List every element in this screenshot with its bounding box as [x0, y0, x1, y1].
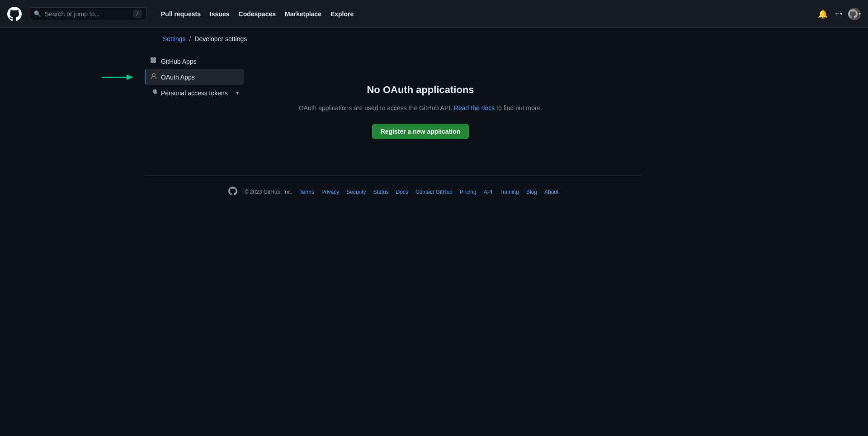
grid-icon — [150, 57, 157, 66]
key-icon — [150, 89, 157, 97]
footer-blog[interactable]: Blog — [526, 189, 537, 195]
footer-copyright: © 2023 GitHub, Inc. — [245, 189, 292, 195]
footer-contact[interactable]: Contact GitHub — [415, 189, 453, 195]
nav-pull-requests[interactable]: Pull requests — [157, 8, 204, 20]
breadcrumb-separator: / — [189, 35, 191, 42]
nav-marketplace[interactable]: Marketplace — [281, 8, 325, 20]
nav-codespaces[interactable]: Codespaces — [235, 8, 279, 20]
nav-issues[interactable]: Issues — [206, 8, 233, 20]
oauth-apps-wrapper: OAuth Apps — [145, 69, 244, 85]
main-layout: GitHub Apps OAuth Apps — [0, 53, 868, 175]
github-apps-label: GitHub Apps — [161, 58, 239, 65]
new-menu-button[interactable]: + ▾ — [835, 10, 843, 18]
top-navigation: 🔍 Search or jump to... / Pull requests I… — [0, 0, 868, 28]
empty-state-title: No OAuth applications — [367, 84, 474, 96]
search-shortcut: / — [133, 10, 142, 18]
main-content: No OAuth applications OAuth applications… — [262, 53, 868, 157]
notifications-button[interactable]: 🔔 — [816, 7, 830, 21]
sidebar-item-github-apps[interactable]: GitHub Apps — [145, 53, 244, 69]
search-placeholder: Search or jump to... — [45, 10, 129, 18]
breadcrumb-current: Developer settings — [194, 35, 247, 42]
footer-security[interactable]: Security — [346, 189, 366, 195]
svg-marker-1 — [127, 75, 133, 80]
sidebar-item-oauth-apps[interactable]: OAuth Apps — [145, 69, 244, 85]
nav-explore[interactable]: Explore — [327, 8, 357, 20]
footer-docs[interactable]: Docs — [396, 189, 408, 195]
pointer-arrow — [102, 72, 133, 83]
register-new-application-button[interactable]: Register a new application — [372, 124, 469, 139]
search-box[interactable]: 🔍 Search or jump to... / — [29, 7, 146, 20]
footer-training[interactable]: Training — [500, 189, 519, 195]
footer: © 2023 GitHub, Inc. Terms Privacy Securi… — [0, 175, 868, 208]
settings-link[interactable]: Settings — [163, 35, 186, 42]
oauth-empty-state: No OAuth applications OAuth applications… — [262, 57, 579, 157]
user-avatar[interactable]: ▾ — [848, 8, 861, 20]
search-icon: 🔍 — [34, 10, 41, 17]
sidebar: GitHub Apps OAuth Apps — [145, 53, 244, 157]
footer-about[interactable]: About — [544, 189, 558, 195]
footer-privacy[interactable]: Privacy — [321, 189, 339, 195]
person-icon — [150, 73, 157, 81]
breadcrumb: Settings / Developer settings — [0, 28, 868, 50]
empty-state-description: OAuth applications are used to access th… — [299, 103, 542, 113]
footer-pricing[interactable]: Pricing — [460, 189, 476, 195]
personal-tokens-label: Personal access tokens — [161, 89, 232, 97]
nav-links: Pull requests Issues Codespaces Marketpl… — [157, 8, 357, 20]
chevron-down-icon: ▾ — [236, 90, 239, 96]
read-docs-link[interactable]: Read the docs — [454, 104, 495, 112]
footer-logo — [228, 187, 237, 197]
github-logo[interactable] — [7, 7, 22, 21]
sidebar-item-personal-tokens[interactable]: Personal access tokens ▾ — [145, 85, 244, 101]
footer-terms[interactable]: Terms — [299, 189, 314, 195]
footer-api[interactable]: API — [484, 189, 492, 195]
footer-status[interactable]: Status — [373, 189, 389, 195]
topnav-right: 🔔 + ▾ ▾ — [816, 7, 861, 21]
oauth-apps-label: OAuth Apps — [161, 74, 239, 81]
